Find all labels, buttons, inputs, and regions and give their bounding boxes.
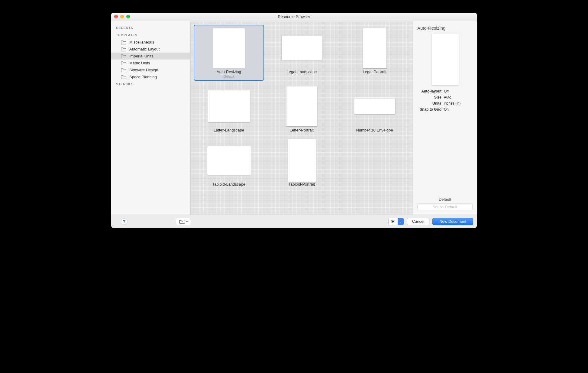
template-label: Auto-Resizing	[217, 70, 241, 74]
template-thumb	[279, 28, 325, 68]
sidebar-item-metric-units[interactable]: Metric Units	[111, 60, 190, 66]
svg-text:+: +	[186, 219, 188, 224]
template-label: Letter-Landscape	[214, 128, 244, 132]
inspector-key: Snap to Grid	[417, 107, 441, 112]
template-label: Legal-Portrait	[363, 70, 386, 74]
sidebar-item-label: Metric Units	[129, 61, 150, 65]
template-label: Letter-Portrait	[290, 128, 314, 132]
inspector-properties: Auto-layoutOffSizeAutoUnitsinches (in)Sn…	[417, 89, 473, 112]
page-icon	[354, 99, 395, 114]
sidebar-item-label: Imperial Units	[129, 54, 153, 58]
sidebar-item-software-design[interactable]: Software Design	[111, 66, 190, 73]
template-sublabel: Default	[224, 75, 234, 78]
template-tile-letter-landscape[interactable]: Letter-Landscape	[194, 83, 264, 135]
page-icon	[363, 28, 386, 68]
inspector-key: Size	[417, 95, 441, 99]
template-label: Tabloid-Portrait	[289, 182, 315, 186]
sidebar-item-miscellaneous[interactable]: Miscellaneous	[111, 39, 190, 46]
gear-icon: ✱	[391, 219, 395, 224]
folder-icon	[121, 54, 126, 58]
template-thumb	[206, 141, 252, 180]
template-thumb	[352, 87, 397, 126]
chevron-down-icon: ⌄	[399, 220, 402, 223]
template-label: Legal-Landscape	[287, 70, 317, 74]
linked-folder-icon: +	[179, 219, 188, 224]
inspector-preview-page	[431, 34, 459, 85]
template-tile-number-10-envelope[interactable]: Number 10 Envelope	[339, 83, 410, 135]
zoom-icon[interactable]	[126, 15, 130, 18]
new-document-button[interactable]: New Document	[432, 218, 473, 225]
template-tile-tabloid-portrait[interactable]: Tabloid-Portrait	[267, 137, 337, 189]
sidebar-item-label: Space Planning	[129, 75, 157, 79]
inspector-title: Auto-Resizing	[417, 25, 473, 31]
content: RECENTS TEMPLATES MiscellaneousAutomatic…	[111, 21, 477, 215]
linked-folder-button[interactable]: +	[176, 218, 191, 225]
template-tile-auto-resizing[interactable]: Auto-ResizingDefault	[194, 25, 264, 81]
template-thumb	[279, 141, 325, 180]
inspector-value: Auto	[444, 95, 473, 99]
inspector-key: Auto-layout	[417, 89, 441, 93]
inspector-preview	[417, 34, 473, 85]
template-label: Tabloid-Landscape	[212, 182, 245, 186]
page-icon	[208, 90, 250, 122]
sidebar-item-label: Automatic Layout	[129, 47, 160, 51]
traffic-lights	[114, 15, 130, 18]
template-tile-legal-portrait[interactable]: Legal-Portrait	[339, 25, 410, 81]
template-thumb	[279, 87, 325, 126]
template-gallery[interactable]: Auto-ResizingDefaultLegal-LandscapeLegal…	[191, 21, 413, 215]
page-icon	[213, 28, 245, 68]
sidebar-header-recents[interactable]: RECENTS	[111, 24, 190, 31]
folder-icon	[121, 68, 126, 72]
sidebar-item-imperial-units[interactable]: Imperial Units	[111, 53, 190, 60]
sidebar-item-space-planning[interactable]: Space Planning	[111, 73, 190, 80]
inspector-key: Units	[417, 101, 441, 105]
sidebar-item-label: Miscellaneous	[129, 40, 154, 44]
sidebar-header-templates[interactable]: TEMPLATES	[111, 31, 190, 39]
template-thumb	[206, 28, 252, 68]
inspector-default-label: Default	[417, 197, 473, 202]
folder-icon	[121, 47, 126, 51]
cancel-button[interactable]: Cancel	[407, 218, 429, 225]
resource-browser-window: Resource Browser RECENTS TEMPLATES Misce…	[111, 13, 477, 228]
folder-icon	[121, 75, 126, 79]
template-tile-letter-portrait[interactable]: Letter-Portrait	[267, 83, 337, 135]
sidebar-item-label: Software Design	[129, 68, 158, 72]
inspector-value: Off	[444, 89, 473, 93]
page-icon	[207, 146, 251, 175]
inspector: Auto-Resizing Auto-layoutOffSizeAutoUnit…	[413, 21, 477, 215]
template-tile-tabloid-landscape[interactable]: Tabloid-Landscape	[194, 137, 264, 189]
footer: ? + ✱ ⌄ Cancel New Document	[111, 215, 477, 228]
close-icon[interactable]	[114, 15, 118, 18]
help-button[interactable]: ?	[121, 218, 128, 225]
sidebar-item-automatic-layout[interactable]: Automatic Layout	[111, 46, 190, 53]
template-thumb	[352, 28, 397, 68]
folder-icon	[121, 61, 126, 65]
page-icon	[286, 86, 317, 126]
window-title: Resource Browser	[278, 15, 310, 19]
minimize-icon[interactable]	[120, 15, 124, 18]
page-icon	[288, 139, 316, 182]
sidebar: RECENTS TEMPLATES MiscellaneousAutomatic…	[111, 21, 191, 215]
page-icon	[282, 36, 322, 60]
sidebar-header-stencils[interactable]: STENCILS	[111, 80, 190, 88]
folder-icon	[121, 40, 126, 44]
inspector-value: On	[444, 107, 473, 112]
template-tile-legal-landscape[interactable]: Legal-Landscape	[267, 25, 337, 81]
template-thumb	[206, 87, 252, 126]
inspector-value: inches (in)	[444, 101, 473, 105]
titlebar: Resource Browser	[111, 13, 477, 21]
set-as-default-button[interactable]: Set as Default	[417, 203, 473, 210]
template-label: Number 10 Envelope	[356, 128, 393, 132]
action-menu-button[interactable]: ✱ ⌄	[388, 218, 404, 225]
